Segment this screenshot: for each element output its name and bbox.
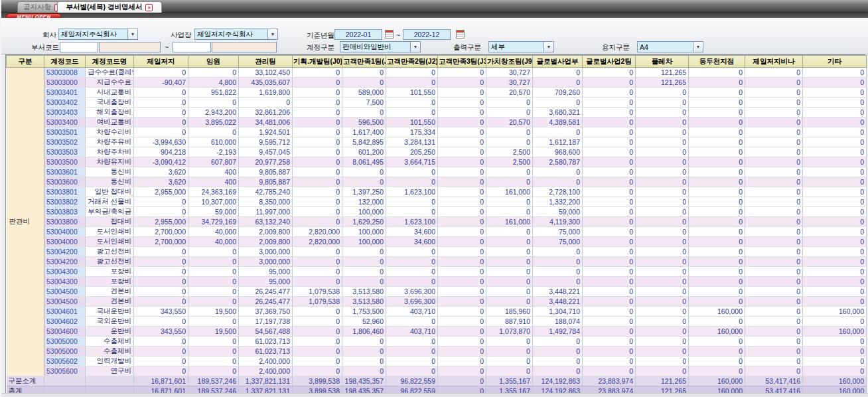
amount-cell[interactable]: 0 <box>745 267 803 277</box>
account-code-cell[interactable]: 53003601 <box>44 167 86 177</box>
amount-cell[interactable]: 23,883,974 <box>583 376 636 386</box>
amount-cell[interactable]: 0 <box>689 267 745 277</box>
amount-cell[interactable]: 2,400,000 <box>239 366 293 376</box>
amount-cell[interactable]: 3,895,022 <box>188 118 239 127</box>
column-header-3[interactable]: 제일저지 <box>134 56 188 68</box>
tab-expense-report[interactable]: 부서별(세목) 경비명세서 × <box>57 1 162 13</box>
amount-cell[interactable]: 0 <box>438 68 486 78</box>
account-name-cell[interactable]: 수출제비 <box>86 347 134 357</box>
amount-cell[interactable]: 0 <box>386 347 438 357</box>
account-code-cell[interactable]: 53003000 <box>44 78 86 88</box>
amount-cell[interactable]: 34,729,169 <box>188 217 239 227</box>
amount-cell[interactable]: 0 <box>745 227 803 237</box>
amount-cell[interactable]: 7,500 <box>342 98 386 108</box>
amount-cell[interactable]: 0 <box>803 237 867 247</box>
amount-cell[interactable]: 0 <box>134 68 188 78</box>
amount-cell[interactable]: 1,623,100 <box>386 187 438 197</box>
amount-cell[interactable]: 0 <box>293 78 342 88</box>
account-name-cell[interactable]: 해외출장비 <box>86 108 134 118</box>
amount-cell[interactable]: 0 <box>803 108 867 118</box>
amount-cell[interactable]: 0 <box>239 98 293 108</box>
amount-cell[interactable]: 400 <box>188 177 239 187</box>
amount-cell[interactable]: 0 <box>803 247 867 257</box>
amount-cell[interactable]: 0 <box>583 98 636 108</box>
chevron-down-icon[interactable]: ▼ <box>410 42 420 52</box>
amount-cell[interactable]: 0 <box>293 277 342 287</box>
account-code-cell[interactable]: 53005000 <box>44 337 86 347</box>
amount-cell[interactable]: 0 <box>689 108 745 118</box>
amount-cell[interactable]: 0 <box>583 357 636 366</box>
amount-cell[interactable]: 0 <box>583 157 636 167</box>
chevron-down-icon[interactable]: ▼ <box>267 29 277 39</box>
amount-cell[interactable]: 0 <box>583 78 636 88</box>
amount-cell[interactable]: 2,955,000 <box>134 217 188 227</box>
amount-cell[interactable]: 0 <box>745 118 803 127</box>
amount-cell[interactable]: 2,728,100 <box>533 187 583 197</box>
amount-cell[interactable]: 0 <box>745 88 803 98</box>
amount-cell[interactable]: 0 <box>438 108 486 118</box>
amount-cell[interactable]: 0 <box>636 267 689 277</box>
account-code-cell[interactable]: 53003501 <box>44 127 86 137</box>
amount-cell[interactable]: 0 <box>293 247 342 257</box>
amount-cell[interactable]: 96,822,559 <box>386 376 438 386</box>
amount-cell[interactable]: 0 <box>533 347 583 357</box>
amount-cell[interactable]: 42,785,240 <box>239 187 293 197</box>
amount-cell[interactable]: 3,696,300 <box>386 287 438 297</box>
amount-cell[interactable]: 1,337,821,131 <box>239 376 293 386</box>
chevron-down-icon[interactable]: ▼ <box>693 42 703 52</box>
amount-cell[interactable]: 0 <box>533 257 583 267</box>
account-code-cell[interactable]: 53004500 <box>44 297 86 307</box>
amount-cell[interactable]: 3,513,580 <box>342 297 386 307</box>
amount-cell[interactable]: 0 <box>636 217 689 227</box>
amount-cell[interactable]: 0 <box>188 257 239 267</box>
amount-cell[interactable]: 0 <box>386 277 438 287</box>
amount-cell[interactable]: 0 <box>583 227 636 237</box>
amount-cell[interactable]: 0 <box>293 357 342 366</box>
amount-cell[interactable]: 0 <box>583 297 636 307</box>
amount-cell[interactable]: 0 <box>134 257 188 267</box>
amount-cell[interactable]: 0 <box>636 177 689 187</box>
amount-cell[interactable]: 3,448,221 <box>533 297 583 307</box>
amount-cell[interactable]: 607,807 <box>188 157 239 167</box>
amount-cell[interactable]: 0 <box>293 88 342 98</box>
amount-cell[interactable]: 0 <box>486 297 533 307</box>
amount-cell[interactable]: 0 <box>803 147 867 157</box>
amount-cell[interactable]: 0 <box>438 197 486 207</box>
amount-cell[interactable]: 0 <box>803 317 867 327</box>
amount-cell[interactable]: 0 <box>745 366 803 376</box>
amount-cell[interactable]: 0 <box>486 167 533 177</box>
amount-cell[interactable]: 34,600 <box>386 227 438 237</box>
account-code-cell[interactable]: 53005602 <box>44 357 86 366</box>
account-code-cell[interactable]: 53004000 <box>44 237 86 247</box>
amount-cell[interactable]: 9,805,887 <box>239 167 293 177</box>
column-header-9[interactable]: 고객만족3팀(J3) <box>438 56 486 68</box>
amount-cell[interactable]: 0 <box>188 247 239 257</box>
amount-cell[interactable]: 5,842,895 <box>342 137 386 147</box>
amount-cell[interactable]: 34,481,006 <box>239 118 293 127</box>
amount-cell[interactable]: 0 <box>438 287 486 297</box>
column-header-6[interactable]: 기획.개발팀(J0) <box>293 56 342 68</box>
amount-cell[interactable]: 20,977,258 <box>239 157 293 167</box>
close-icon[interactable]: × <box>145 4 153 11</box>
amount-cell[interactable]: 1,806,460 <box>342 327 386 337</box>
amount-cell[interactable]: 0 <box>583 267 636 277</box>
amount-cell[interactable]: 1,355,167 <box>486 376 533 386</box>
amount-cell[interactable]: 0 <box>134 267 188 277</box>
amount-cell[interactable]: 2,820,000 <box>293 237 342 247</box>
account-code-cell[interactable]: 53004600 <box>44 327 86 337</box>
amount-cell[interactable]: 0 <box>342 277 386 287</box>
amount-cell[interactable]: 0 <box>745 137 803 147</box>
amount-cell[interactable]: 0 <box>636 187 689 197</box>
amount-cell[interactable]: 403,710 <box>386 327 438 337</box>
company-select[interactable]: 제일저지주식회사 ▼ <box>58 29 138 40</box>
amount-cell[interactable]: 0 <box>438 147 486 157</box>
amount-cell[interactable]: 0 <box>293 167 342 177</box>
chevron-down-icon[interactable]: ▼ <box>127 29 137 39</box>
amount-cell[interactable]: 189,537,246 <box>188 376 239 386</box>
amount-cell[interactable]: 0 <box>745 287 803 297</box>
amount-cell[interactable]: 0 <box>533 98 583 108</box>
column-header-12[interactable]: 글로벌사업2팀 <box>583 56 636 68</box>
amount-cell[interactable]: 10,307,000 <box>188 197 239 207</box>
amount-cell[interactable]: 0 <box>745 68 803 78</box>
account-code-cell[interactable]: 53003800 <box>44 217 86 227</box>
